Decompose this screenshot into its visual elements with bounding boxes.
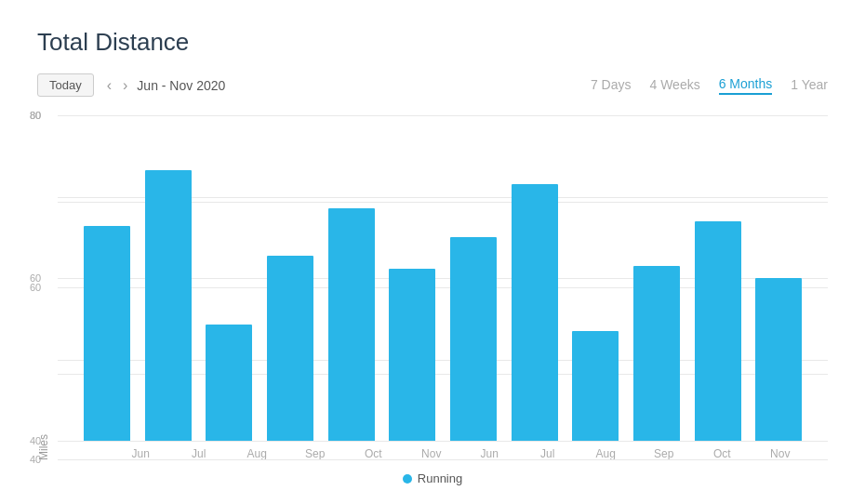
x-axis: JunJulAugSepOctNovJunJulAugSepOctNov: [93, 442, 828, 460]
bar: [145, 170, 192, 441]
x-tick-label: Oct: [693, 442, 752, 460]
bar: [755, 278, 802, 441]
bars-row: [58, 115, 828, 441]
filter-6months[interactable]: 6 Months: [719, 76, 773, 95]
x-tick-label: Aug: [577, 442, 635, 460]
chart-area: Miles 020406080020406080 JunJulAugSepOct…: [37, 115, 828, 485]
grid-and-bars: 020406080020406080: [58, 115, 828, 441]
x-tick-label: Aug: [228, 442, 286, 460]
bar-group: [748, 115, 809, 441]
date-range: Jun - Nov 2020: [137, 78, 591, 93]
time-filters: 7 Days 4 Weeks 6 Months 1 Year: [591, 76, 828, 95]
bar-group: [381, 115, 443, 441]
x-tick-label: Nov: [752, 442, 810, 460]
y-tick-label: 60: [30, 272, 41, 284]
today-button[interactable]: Today: [37, 73, 94, 97]
grid-line: 0: [58, 441, 828, 442]
bar: [695, 221, 741, 441]
x-tick-label: Jun: [112, 442, 170, 460]
bar-group: [138, 115, 199, 441]
y-tick-label: 40: [30, 454, 41, 465]
bar: [450, 237, 497, 441]
bar-group: [504, 115, 566, 441]
page: Total Distance Today ‹ › Jun - Nov 2020 …: [0, 0, 865, 504]
legend: Running: [37, 471, 828, 485]
bar: [328, 208, 375, 441]
filter-1year[interactable]: 1 Year: [791, 77, 828, 94]
toolbar: Today ‹ › Jun - Nov 2020 7 Days 4 Weeks …: [37, 73, 828, 97]
page-title: Total Distance: [37, 28, 828, 57]
bar-group: [321, 115, 382, 441]
next-button[interactable]: ›: [117, 76, 133, 95]
bar-group: [76, 115, 138, 441]
x-tick-label: Jul: [170, 442, 229, 460]
legend-label: Running: [418, 471, 462, 485]
bar: [206, 325, 252, 441]
filter-4weeks[interactable]: 4 Weeks: [649, 77, 699, 94]
y-tick-label: 40: [30, 435, 41, 446]
bar: [633, 266, 680, 441]
bar-group: [687, 115, 749, 441]
x-tick-label: Oct: [344, 442, 403, 460]
x-tick-label: Nov: [403, 442, 461, 460]
prev-button[interactable]: ‹: [101, 76, 117, 95]
bar-group: [260, 115, 321, 441]
y-tick-label: 80: [30, 110, 41, 121]
bar-group: [443, 115, 504, 441]
legend-dot: [403, 474, 412, 484]
grid-line: 0: [58, 459, 828, 460]
x-tick-label: Jun: [460, 442, 519, 460]
filter-7days[interactable]: 7 Days: [591, 77, 632, 94]
bar: [572, 331, 619, 441]
bar: [84, 226, 130, 441]
chart-container: Miles 020406080020406080 JunJulAugSepOct…: [37, 115, 828, 460]
bar-group: [565, 115, 626, 441]
bar: [389, 269, 435, 441]
x-tick-label: Sep: [286, 442, 345, 460]
chart-inner: 020406080020406080 JunJulAugSepOctNovJun…: [58, 115, 828, 460]
bar-group: [626, 115, 687, 441]
x-tick-label: Sep: [635, 442, 694, 460]
bar-group: [198, 115, 260, 441]
x-tick-label: Jul: [519, 442, 578, 460]
bar: [267, 256, 313, 441]
bar: [512, 184, 558, 441]
